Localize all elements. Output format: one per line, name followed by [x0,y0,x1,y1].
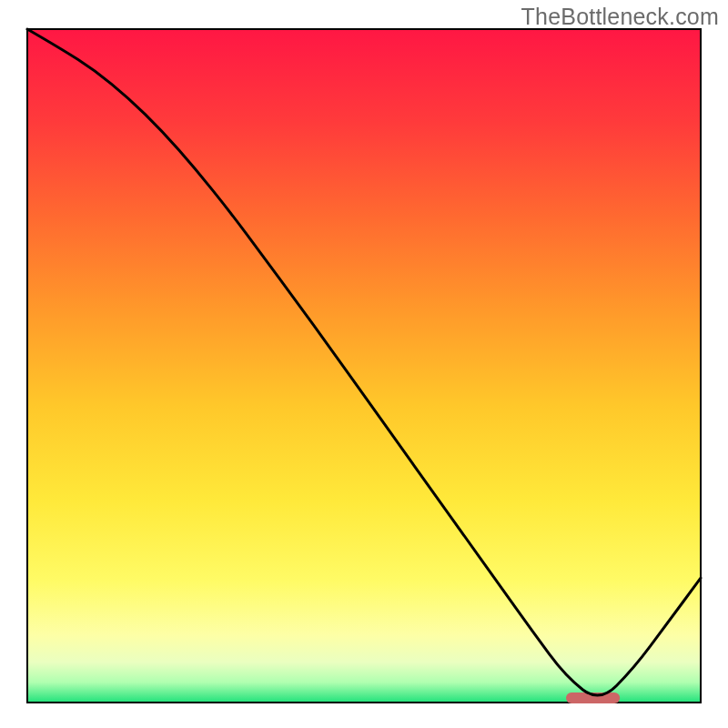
chart-svg [0,0,728,728]
chart-container: TheBottleneck.com [0,0,728,728]
plot-bg [27,29,701,703]
plot-area [27,29,701,703]
watermark-text: TheBottleneck.com [521,4,719,30]
